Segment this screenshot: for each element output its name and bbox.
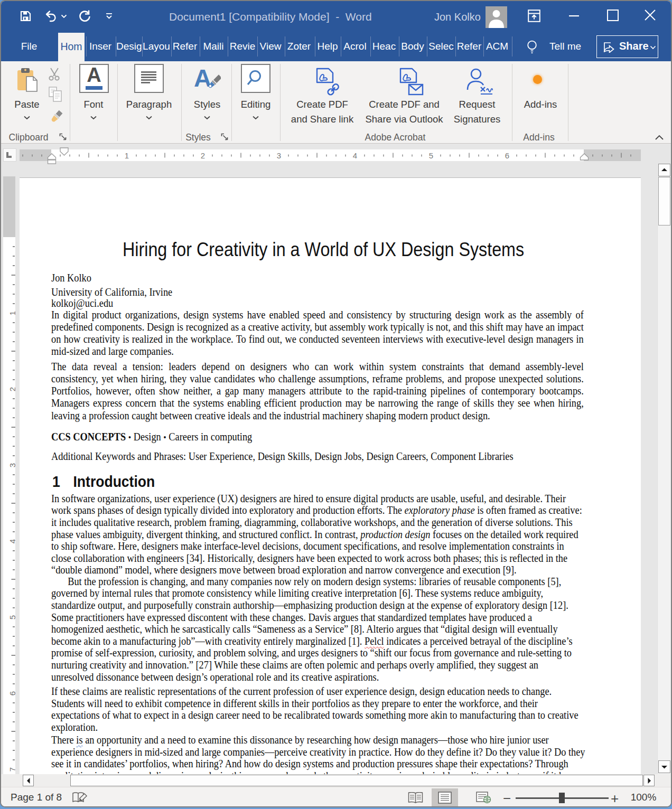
svg-text:6: 6 [8,691,16,695]
svg-text:5: 5 [429,151,433,160]
svg-text:3: 3 [8,463,16,467]
svg-text:3: 3 [277,151,281,160]
svg-text:7: 7 [8,767,16,772]
svg-text:1: 1 [8,311,16,315]
svg-text:4: 4 [353,151,357,160]
svg-text:5: 5 [8,615,16,619]
svg-text:A: A [194,65,211,92]
svg-text:2: 2 [201,151,205,160]
svg-text:1: 1 [125,151,129,160]
svg-text:6: 6 [505,151,509,160]
svg-text:2: 2 [8,387,16,391]
svg-text:4: 4 [8,539,16,543]
